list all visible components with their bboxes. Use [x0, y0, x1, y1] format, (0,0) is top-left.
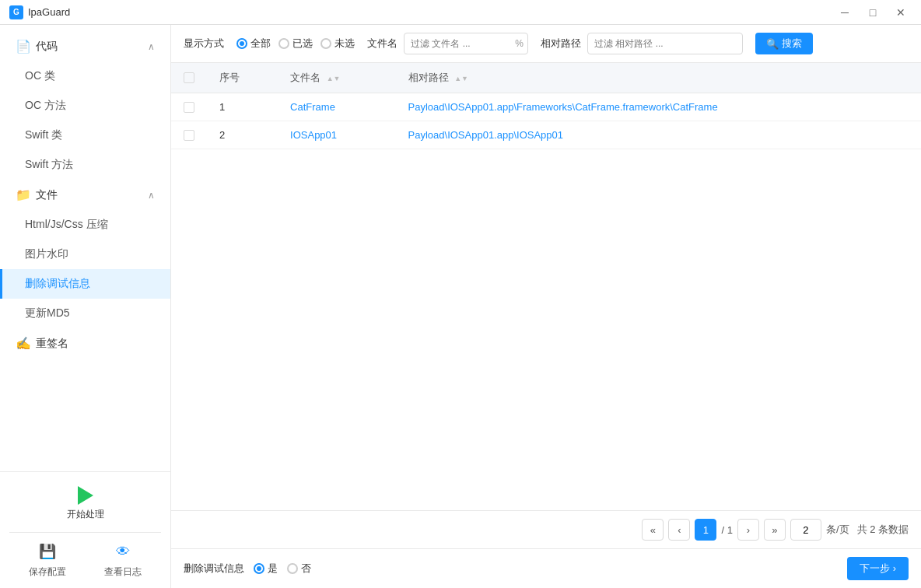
- sidebar-item-swift-method[interactable]: Swift 方法: [0, 150, 170, 180]
- sidebar-section-code-left: 📄 代码: [16, 39, 58, 54]
- start-button[interactable]: 开始处理: [58, 481, 114, 526]
- search-button-label: 搜索: [782, 37, 802, 51]
- sidebar-section-code-label: 代码: [36, 40, 58, 54]
- radio-selected-label: 已选: [292, 37, 313, 51]
- minimize-button[interactable]: ─: [834, 5, 856, 20]
- sidebar: 📄 代码 ∧ OC 类 OC 方法 Swift 类 Swift 方法 📁: [0, 25, 171, 588]
- bottom-radio-yes-label: 是: [268, 562, 278, 576]
- next-step-button[interactable]: 下一步 ›: [847, 557, 909, 580]
- sidebar-item-update-md5[interactable]: 更新MD5: [0, 299, 170, 328]
- sidebar-item-image-watermark[interactable]: 图片水印: [0, 240, 170, 269]
- bottom-radio-yes[interactable]: 是: [254, 562, 278, 576]
- main-content: 显示方式 全部 已选 未选 文件名 %: [171, 25, 921, 588]
- path-filter-input[interactable]: [587, 33, 743, 54]
- file-filter-wrap: %: [404, 33, 528, 54]
- radio-group: 全部 已选 未选: [236, 37, 355, 51]
- sidebar-item-oc-method[interactable]: OC 方法: [0, 91, 170, 121]
- header-checkbox-cell: [171, 63, 207, 93]
- first-page-button[interactable]: «: [642, 519, 664, 541]
- sidebar-item-html-compress[interactable]: Html/Js/Css 压缩: [0, 210, 170, 240]
- sidebar-footer-actions: 💾 保存配置 👁 查看日志: [9, 532, 161, 579]
- window-controls: ─ □ ✕: [834, 5, 912, 20]
- header-path: 相对路径 ▲▼: [396, 63, 921, 93]
- file-section-icon: 📁: [16, 187, 31, 202]
- row1-checkbox-cell: [171, 93, 207, 121]
- app-body: 📄 代码 ∧ OC 类 OC 方法 Swift 类 Swift 方法 📁: [0, 25, 921, 588]
- sidebar-section-code[interactable]: 📄 代码 ∧: [0, 31, 170, 61]
- file-name-label: 文件名: [367, 37, 397, 51]
- current-page-button[interactable]: 1: [695, 519, 716, 541]
- total-label: 共 2 条数据: [857, 523, 909, 537]
- pagination-bar: « ‹ 1 / 1 › » 条/页 共 2 条数据: [171, 510, 921, 548]
- row2-seq: 2: [207, 121, 278, 149]
- row1-checkbox[interactable]: [184, 102, 194, 113]
- radio-selected[interactable]: 已选: [278, 37, 313, 51]
- row1-filename[interactable]: CatFrame: [278, 93, 395, 121]
- bottom-radio-no[interactable]: 否: [287, 562, 311, 576]
- bottom-radio-no-label: 否: [301, 562, 311, 576]
- resign-section-icon: ✍️: [16, 336, 31, 351]
- page-size-input[interactable]: [790, 519, 821, 541]
- app-logo: G IpaGuard: [9, 5, 834, 19]
- code-section-icon: 📄: [16, 39, 31, 54]
- page-separator: / 1: [721, 524, 732, 536]
- search-icon: 🔍: [766, 38, 779, 50]
- header-seq: 序号: [207, 63, 278, 93]
- sidebar-item-oc-class[interactable]: OC 类: [0, 61, 170, 91]
- radio-unselected-label: 未选: [334, 37, 355, 51]
- header-filename: 文件名 ▲▼: [278, 63, 395, 93]
- header-checkbox[interactable]: [184, 72, 194, 83]
- row1-seq: 1: [207, 93, 278, 121]
- radio-all[interactable]: 全部: [236, 37, 271, 51]
- toolbar: 显示方式 全部 已选 未选 文件名 %: [171, 25, 921, 63]
- sidebar-section-file-label: 文件: [36, 188, 58, 202]
- sidebar-item-swift-class[interactable]: Swift 类: [0, 121, 170, 150]
- table-row: 2 IOSApp01 Payload\IOSApp01.app\IOSApp01: [171, 121, 921, 149]
- row2-filename[interactable]: IOSApp01: [278, 121, 395, 149]
- titlebar: G IpaGuard ─ □ ✕: [0, 0, 921, 25]
- code-section-chevron: ∧: [148, 41, 155, 52]
- close-button[interactable]: ✕: [890, 5, 912, 20]
- last-page-button[interactable]: »: [764, 519, 786, 541]
- table-header: 序号 文件名 ▲▼ 相对路径 ▲▼: [171, 63, 921, 93]
- save-config-button[interactable]: 💾 保存配置: [29, 541, 66, 579]
- sidebar-item-delete-debug[interactable]: 删除调试信息: [0, 269, 170, 299]
- filename-sort-icon[interactable]: ▲▼: [327, 75, 341, 82]
- next-page-button[interactable]: ›: [737, 519, 759, 541]
- file-filter-input[interactable]: [404, 33, 528, 54]
- view-log-button[interactable]: 👁 查看日志: [104, 541, 142, 579]
- sidebar-content: 📄 代码 ∧ OC 类 OC 方法 Swift 类 Swift 方法 📁: [0, 25, 170, 471]
- search-button[interactable]: 🔍 搜索: [755, 33, 813, 54]
- app-logo-icon: G: [9, 5, 23, 19]
- relative-path-label: 相对路径: [541, 37, 581, 51]
- table-header-row: 序号 文件名 ▲▼ 相对路径 ▲▼: [171, 63, 921, 93]
- view-log-label: 查看日志: [104, 565, 142, 579]
- view-log-icon: 👁: [112, 541, 134, 562]
- radio-all-circle: [236, 38, 247, 49]
- save-config-label: 保存配置: [29, 565, 66, 579]
- path-sort-icon[interactable]: ▲▼: [454, 75, 468, 82]
- app-title: IpaGuard: [28, 6, 70, 18]
- save-config-icon: 💾: [37, 541, 58, 562]
- table-wrap: 序号 文件名 ▲▼ 相对路径 ▲▼: [171, 63, 921, 510]
- row2-checkbox-cell: [171, 121, 207, 149]
- prev-page-button[interactable]: ‹: [668, 519, 690, 541]
- sidebar-bottom: 开始处理 💾 保存配置 👁 查看日志: [0, 471, 170, 588]
- play-icon: [78, 486, 93, 505]
- path-filter-group: 相对路径: [541, 33, 743, 54]
- sidebar-section-file[interactable]: 📁 文件 ∧: [0, 180, 170, 210]
- file-section-chevron: ∧: [148, 190, 155, 201]
- bottom-radio-yes-circle: [254, 563, 264, 574]
- radio-unselected[interactable]: 未选: [320, 37, 355, 51]
- radio-unselected-circle: [320, 38, 331, 49]
- radio-selected-circle: [278, 38, 289, 49]
- filter-file-icon: %: [515, 38, 524, 49]
- row2-checkbox[interactable]: [184, 130, 194, 141]
- maximize-button[interactable]: □: [862, 5, 884, 20]
- sidebar-section-resign[interactable]: ✍️ 重签名: [0, 328, 170, 359]
- sidebar-section-file-left: 📁 文件: [16, 187, 58, 202]
- file-filter-group: 文件名 %: [367, 33, 528, 54]
- bottom-radio-no-circle: [287, 563, 298, 574]
- path-filter-wrap: [587, 33, 743, 54]
- table-row: 1 CatFrame Payload\IOSApp01.app\Framewor…: [171, 93, 921, 121]
